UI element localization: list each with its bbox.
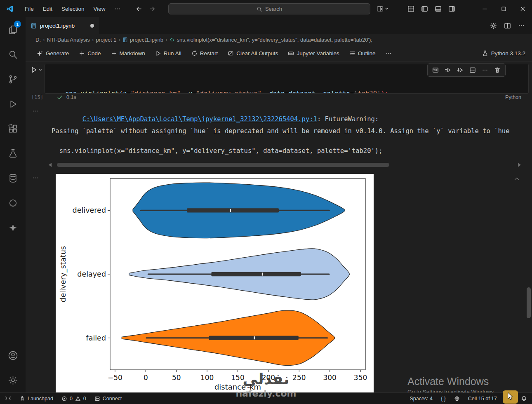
connect-label: Connect [103,396,122,402]
add-code-cell-button[interactable]: Code [75,48,104,59]
run-all-button[interactable]: Run All [151,48,185,59]
history-nav [135,5,156,12]
run-debug-icon[interactable] [0,92,26,116]
generate-button[interactable]: Generate [33,48,73,59]
cell-indicator[interactable]: Cell 15 of 17 [468,396,497,402]
execution-count: [15] [31,94,43,100]
menu-edit[interactable]: Edit [38,4,57,14]
server-icon [94,396,100,402]
outline-button[interactable]: Outline [346,48,379,59]
breadcrumb-cell[interactable]: sns.violin­plot(x="distance_km", y="deli… [169,37,372,43]
xtick-label: 300 [323,373,336,382]
restart-button[interactable]: Restart [188,48,222,59]
median-failed [254,336,254,339]
scroll-top-icon[interactable] [513,176,520,182]
editor-actions [490,17,525,34]
panel-bottom-icon[interactable] [435,5,442,12]
activate-line1: Activate Windows [407,376,495,388]
kernel-picker[interactable]: Python 3.13.2 [482,50,525,56]
remote-indicator[interactable] [5,395,11,402]
clear-outputs-label: Clear All Outputs [236,50,278,56]
account-icon[interactable] [0,343,26,368]
breadcrumb-separator-icon: › [43,36,45,43]
menu-more-icon[interactable] [110,4,125,14]
settings-gear-small-icon[interactable] [490,22,497,29]
toolbar-more-icon[interactable] [382,48,395,59]
globe-icon[interactable] [454,396,460,402]
notebook-file-icon [122,37,128,42]
layout-grid-icon[interactable] [407,5,414,12]
modified-dot-icon[interactable] [90,24,94,28]
forward-icon[interactable] [149,5,156,12]
breadcrumb: D: › NTI-Data Analysis › project 1 › pro… [26,34,532,45]
split-editor-icon[interactable] [504,22,511,29]
copilot-sparkle-icon[interactable] [0,215,26,240]
search-sidebar-icon[interactable] [0,42,26,67]
error-count: 0 [70,396,73,402]
execution-duration: 0.1s [66,94,76,100]
output-more-actions-icon[interactable] [32,108,38,114]
layout-control-icon[interactable] [377,0,389,17]
spaces-indicator[interactable]: Spaces: 4 [410,396,433,402]
testing-icon[interactable] [0,141,26,166]
run-above-icon[interactable] [445,67,451,73]
split-cell-icon[interactable] [469,67,476,73]
breadcrumb-file[interactable]: project1.ipynb [122,37,163,43]
maximize-icon[interactable] [494,0,513,17]
run-below-icon[interactable] [457,67,464,73]
sidebar-left-icon[interactable] [421,5,428,12]
scroll-left-icon[interactable] [49,163,52,167]
problems-indicator[interactable]: 0 0 [61,396,86,402]
output-more-actions-icon[interactable] [32,175,38,181]
xtick-label: 0 [144,373,148,382]
menu-view[interactable]: View [89,4,110,14]
connect-button[interactable]: Connect [94,396,122,402]
breadcrumb-drive[interactable]: D: [35,37,41,43]
run-cell-button[interactable] [31,66,42,73]
menu-selection[interactable]: Selection [57,4,89,14]
cell-more-actions-icon[interactable] [482,67,488,73]
launchpad-button[interactable]: Launchpad [19,396,53,402]
search-input[interactable]: Search [168,3,370,14]
run-by-line-icon[interactable] [432,67,439,73]
source-control-icon[interactable] [0,67,26,92]
close-icon[interactable] [513,0,532,17]
title-bar: File Edit Selection View Search [0,0,532,17]
cell-language-label[interactable]: Python [505,94,521,100]
clear-all-outputs-button[interactable]: Clear All Outputs [224,48,282,59]
settings-gear-icon[interactable] [0,368,26,392]
jupyter-variables-button[interactable]: Jupyter Variables [284,48,343,59]
tab-project1-ipynb[interactable]: project1.ipynb [26,17,99,34]
box-delivered [187,208,279,212]
scroll-right-icon[interactable] [518,163,521,167]
notifications-bell-icon[interactable] [521,395,527,402]
plus-icon [111,50,117,56]
database-icon[interactable] [0,166,26,190]
extensions-icon[interactable] [0,116,26,141]
breadcrumb-file-label: project1.ipynb [130,37,163,43]
breadcrumb-folder[interactable]: NTI-Data Analysis [47,37,90,43]
cell-toolbar [427,63,506,77]
add-markdown-cell-button[interactable]: Markdown [107,48,149,59]
delete-cell-icon[interactable] [494,67,501,73]
menu-file[interactable]: File [20,4,38,14]
explorer-icon[interactable]: 1 [0,17,26,42]
box-delayed [212,272,301,276]
sidebar-right-icon[interactable] [448,5,455,12]
back-icon[interactable] [135,5,142,12]
braces-icon[interactable]: { } [441,396,446,402]
editor-more-actions-icon[interactable] [518,22,525,29]
warning-icon [75,396,81,402]
mouse-cursor [503,390,518,404]
ytick-label: delayed [77,270,106,278]
vertical-scrollbar[interactable] [527,287,531,318]
tab-bar: project1.ipynb [26,17,532,34]
warning-code-echo: sns.violinplot(x="distance_km", y="deliv… [52,147,383,155]
traceback-link[interactable]: C:\Users\ME\AppData\Local\Temp\ipykernel… [82,115,317,123]
xtick-label: 200 [262,373,275,382]
breadcrumb-subfolder[interactable]: project 1 [96,37,116,43]
minimize-icon[interactable] [475,0,494,17]
chevron-down-icon [38,68,42,72]
horizontal-scrollbar[interactable] [57,163,389,167]
jupyter-icon[interactable] [0,190,26,215]
